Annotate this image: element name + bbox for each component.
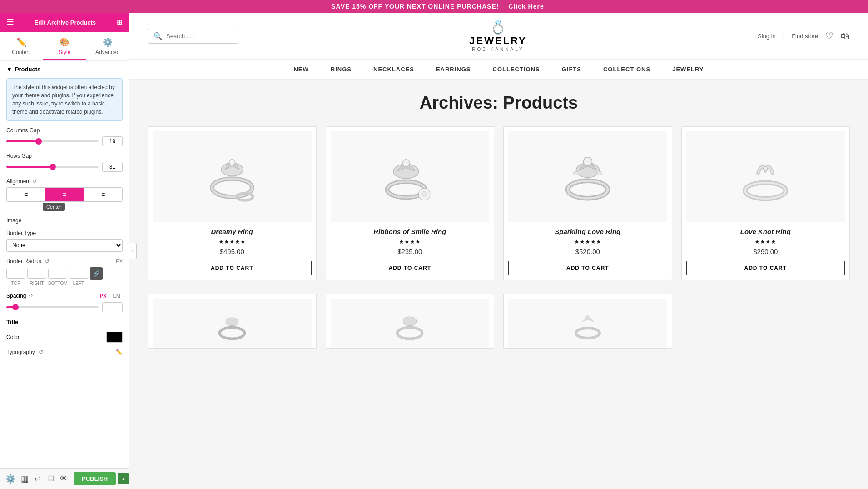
products-section-header[interactable]: ▼ Products [6, 66, 123, 73]
alignment-reset-icon[interactable]: ↺ [32, 178, 37, 185]
columns-gap-thumb[interactable] [35, 138, 42, 145]
nav-collections-2[interactable]: COLLECTIONS [603, 66, 650, 73]
unit-em-btn[interactable]: EM [111, 292, 123, 299]
hamburger-icon[interactable]: ☰ [6, 17, 14, 27]
image-control: Image [6, 217, 123, 224]
findstore-link[interactable]: Find store [792, 33, 818, 40]
border-type-row: None [6, 239, 123, 252]
product-card-7[interactable] [503, 294, 672, 349]
sidebar-header-icons: ⊞ [117, 18, 123, 26]
title-section-label: Title [6, 319, 19, 325]
rows-gap-thumb[interactable] [50, 164, 56, 170]
spacing-control: Spacing ↺ PX EM [6, 292, 123, 312]
spacing-thumb[interactable] [12, 304, 19, 310]
nav-new[interactable]: NEW [293, 66, 308, 73]
columns-gap-track[interactable] [6, 140, 99, 142]
add-to-cart-btn-4[interactable]: ADD TO CART [686, 261, 845, 275]
product-img-7 [508, 299, 667, 349]
publish-arrow-btn[interactable]: ▲ [118, 473, 129, 484]
style-icon: 🎨 [60, 37, 69, 47]
search-input[interactable] [166, 33, 233, 40]
nav-gifts[interactable]: GIFTS [562, 66, 581, 73]
rows-gap-control: Rows Gap 31 [6, 153, 123, 172]
spacing-track[interactable] [6, 306, 99, 308]
svg-point-22 [745, 183, 786, 199]
svg-point-27 [403, 317, 417, 326]
product-card-4[interactable]: Love Knot Ring ★★★★ $290.00 ADD TO CART [681, 126, 850, 280]
add-to-cart-btn-2[interactable]: ADD TO CART [331, 261, 490, 275]
spacing-input[interactable] [102, 302, 123, 312]
br-bottom-input[interactable] [48, 269, 67, 279]
columns-gap-input[interactable]: 19 [102, 136, 123, 146]
svg-point-19 [573, 171, 579, 175]
grid-icon[interactable]: ⊞ [117, 18, 123, 26]
wishlist-icon[interactable]: ♡ [825, 30, 833, 41]
collapse-sidebar-btn[interactable]: ‹ [129, 243, 137, 259]
unit-px-btn[interactable]: PX [98, 292, 109, 299]
content-icon: ✏️ [16, 37, 26, 47]
tab-bar: ✏️ Content 🎨 Style ⚙️ Advanced [0, 32, 129, 61]
nav-collections-1[interactable]: COLLECTIONS [493, 66, 540, 73]
br-left-input[interactable] [69, 269, 88, 279]
tab-advanced-label: Advanced [95, 49, 119, 55]
logo-text: JEWELRY [469, 35, 527, 47]
rows-gap-track[interactable] [6, 166, 99, 168]
border-type-select[interactable]: None [6, 239, 123, 252]
tab-advanced[interactable]: ⚙️ Advanced [86, 34, 129, 60]
signin-link[interactable]: Sing in [758, 33, 776, 40]
product-price-3: $520.00 [508, 248, 667, 255]
settings-icon[interactable]: ⚙️ [5, 474, 15, 484]
br-top-input[interactable] [6, 269, 25, 279]
typography-reset-icon[interactable]: ↺ [39, 349, 43, 355]
alignment-label: Alignment ↺ [6, 178, 123, 185]
nav-earrings[interactable]: EARRINGS [436, 66, 471, 73]
br-link-btn[interactable]: 🔗 [90, 267, 103, 280]
rows-gap-label: Rows Gap [6, 153, 123, 159]
layout-icon[interactable]: ▦ [21, 474, 29, 484]
align-right-btn[interactable]: ≡ [84, 188, 122, 201]
banner-cta[interactable]: Click Here [508, 3, 544, 10]
image-label: Image [6, 217, 123, 224]
product-img-1 [153, 131, 312, 222]
product-card-2[interactable]: Ribbons of Smile Ring ★★★★ $235.00 ADD T… [326, 126, 495, 280]
br-labels: TOP RIGHT BOTTOM LEFT [6, 281, 123, 286]
publish-button[interactable]: PUBLISH [74, 472, 116, 485]
align-center-btn[interactable]: ≡ [45, 188, 84, 201]
preview-icon[interactable]: 👁 [60, 474, 68, 484]
title-section-header[interactable]: Title [6, 319, 123, 325]
tab-style[interactable]: 🎨 Style [43, 34, 86, 60]
tab-content[interactable]: ✏️ Content [0, 34, 43, 60]
product-card-1[interactable]: Dreamy Ring ★★★★★ $495.00 ADD TO CART [148, 126, 317, 280]
br-right-input[interactable] [27, 269, 46, 279]
product-card-5[interactable] [148, 294, 317, 349]
search-box[interactable]: 🔍 [148, 29, 238, 44]
sidebar: ☰ Edit Archive Products ⊞ ✏️ Content 🎨 S… [0, 13, 129, 489]
rows-gap-slider-row: 31 [6, 162, 123, 172]
ring-svg-4 [729, 140, 802, 213]
color-row: Color [6, 332, 123, 343]
nav-necklaces[interactable]: NECKLACES [373, 66, 414, 73]
product-card-6[interactable] [326, 294, 495, 349]
history-icon[interactable]: ↩ [34, 474, 41, 484]
product-card-3[interactable]: Sparkling Love Ring ★★★★★ $520.00 ADD TO… [503, 126, 672, 280]
svg-point-18 [583, 157, 592, 166]
product-grid: Dreamy Ring ★★★★★ $495.00 ADD TO CART [129, 122, 868, 294]
border-radius-reset-icon[interactable]: ↺ [45, 258, 50, 264]
ring-svg-3 [551, 140, 624, 213]
responsive-icon[interactable]: 🖥 [46, 474, 55, 484]
align-left-btn[interactable]: ≡ [7, 188, 45, 201]
spacing-reset-icon[interactable]: ↺ [29, 293, 33, 299]
columns-gap-fill [6, 140, 39, 142]
typography-edit-icon[interactable]: ✏️ [116, 349, 123, 355]
nav-jewelry[interactable]: JEWELRY [672, 66, 704, 73]
add-to-cart-btn-1[interactable]: ADD TO CART [153, 261, 312, 275]
ring-svg-1 [196, 140, 268, 213]
nav-rings[interactable]: RINGS [331, 66, 352, 73]
cart-icon[interactable]: 🛍 [841, 31, 850, 41]
color-swatch[interactable] [106, 332, 123, 343]
add-to-cart-btn-3[interactable]: ADD TO CART [508, 261, 667, 275]
rows-gap-input[interactable]: 31 [102, 162, 123, 172]
product-price-4: $290.00 [686, 248, 845, 255]
sidebar-title: Edit Archive Products [35, 19, 96, 26]
br-left-label: LEFT [69, 281, 88, 286]
